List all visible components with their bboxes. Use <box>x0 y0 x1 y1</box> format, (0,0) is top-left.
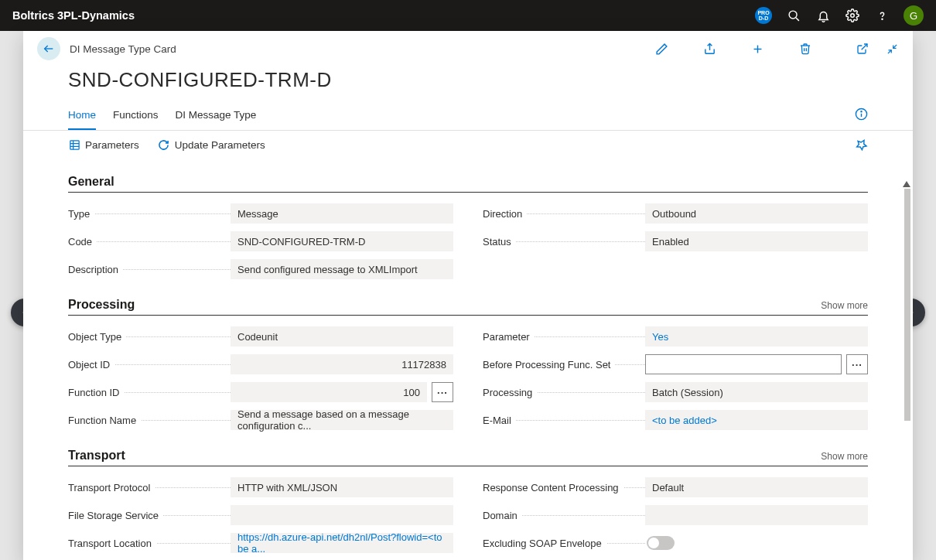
section-transport-header[interactable]: Transport Show more <box>68 449 868 466</box>
pro-badge-line2: D-D <box>759 15 768 21</box>
pro-badge[interactable]: PRO D-D <box>755 7 772 24</box>
tab-home[interactable]: Home <box>68 103 96 130</box>
svg-line-1 <box>795 17 798 20</box>
value-transport-protocol[interactable]: HTTP with XML/JSON <box>231 477 453 497</box>
function-id-lookup-button[interactable]: ··· <box>432 382 453 402</box>
value-object-type[interactable]: Codeunit <box>231 326 453 347</box>
page-title: SND-CONFIGURED-TRM-D <box>23 60 913 103</box>
vertical-scrollbar[interactable] <box>900 31 913 560</box>
section-processing-header[interactable]: Processing Show more <box>68 298 868 316</box>
section-general-fields: TypeMessage CodeSND-CONFIGURED-TRM-D Des… <box>68 202 868 281</box>
svg-line-9 <box>893 44 896 47</box>
label-file-storage: File Storage Service <box>68 510 231 521</box>
tabs-row: Home Functions DI Message Type <box>23 103 913 131</box>
svg-line-10 <box>887 50 890 53</box>
svg-rect-14 <box>70 141 78 149</box>
parameters-label: Parameters <box>85 139 139 151</box>
label-type: Type <box>68 208 231 220</box>
tabs: Home Functions DI Message Type <box>68 103 256 130</box>
label-object-type: Object Type <box>68 331 231 343</box>
back-button[interactable] <box>37 37 60 60</box>
update-parameters-action[interactable]: Update Parameters <box>158 139 265 152</box>
value-email[interactable]: <to be added> <box>645 410 868 430</box>
value-response-cp[interactable]: Default <box>645 477 868 497</box>
transport-show-more[interactable]: Show more <box>821 451 868 462</box>
svg-point-3 <box>881 19 882 19</box>
scroll-thumb[interactable] <box>904 189 910 421</box>
section-processing-title: Processing <box>68 298 135 312</box>
value-before-proc[interactable] <box>645 354 842 374</box>
section-transport-title: Transport <box>68 449 125 463</box>
toggle-soap[interactable] <box>647 536 675 550</box>
gear-icon[interactable] <box>845 8 860 23</box>
collapse-icon[interactable] <box>885 42 899 56</box>
value-code[interactable]: SND-CONFIGURED-TRM-D <box>231 231 453 251</box>
topbar-right: PRO D-D G <box>755 5 924 26</box>
label-before-proc: Before Processing Func. Set <box>483 359 645 370</box>
info-icon[interactable] <box>855 108 868 121</box>
svg-point-0 <box>789 11 797 19</box>
value-transport-location[interactable]: https://dh.azure-api.net/dh2nl/Post?flow… <box>231 533 453 553</box>
new-icon[interactable] <box>750 42 764 56</box>
value-function-id[interactable]: 100 <box>231 382 427 402</box>
label-domain: Domain <box>483 510 645 521</box>
processing-show-more[interactable]: Show more <box>821 300 868 311</box>
card-header: DI Message Type Card <box>23 31 913 60</box>
label-transport-location: Transport Location <box>68 538 231 549</box>
avatar[interactable]: G <box>904 5 924 26</box>
label-soap: Excluding SOAP Envelope <box>483 538 645 549</box>
svg-marker-18 <box>903 181 910 187</box>
label-code: Code <box>68 236 231 248</box>
svg-line-8 <box>862 44 867 50</box>
bell-icon[interactable] <box>815 8 831 23</box>
label-function-id: Function ID <box>68 387 231 398</box>
label-parameter: Parameter <box>483 331 645 343</box>
header-right-actions <box>856 42 899 56</box>
label-email: E-Mail <box>483 415 645 426</box>
parameters-action[interactable]: Parameters <box>68 139 139 152</box>
update-parameters-label: Update Parameters <box>175 139 265 151</box>
breadcrumb: DI Message Type Card <box>70 43 176 55</box>
label-status: Status <box>483 236 645 248</box>
value-description[interactable]: Send configured message to XMLImport <box>231 259 453 279</box>
section-processing-fields: Object TypeCodeunit Object ID11172838 Fu… <box>68 325 868 432</box>
section-general-title: General <box>68 175 114 189</box>
app-title: Boltrics 3PL-Dynamics <box>12 9 135 22</box>
card-actions <box>654 42 812 56</box>
popout-icon[interactable] <box>856 42 869 56</box>
value-object-id[interactable]: 11172838 <box>231 354 453 374</box>
section-general-header[interactable]: General <box>68 175 868 193</box>
value-function-name[interactable]: Send a message based on a message config… <box>231 410 453 430</box>
label-response-cp: Response Content Processing <box>483 482 645 493</box>
refresh-icon <box>158 139 170 152</box>
record-card: DI Message Type Card <box>23 31 913 560</box>
tab-di-message-type[interactable]: DI Message Type <box>176 103 257 130</box>
pin-icon[interactable] <box>855 138 868 152</box>
share-icon[interactable] <box>702 42 716 56</box>
before-proc-lookup-button[interactable]: ··· <box>846 354 868 374</box>
scroll-up-arrow-icon[interactable] <box>903 181 910 187</box>
tab-functions[interactable]: Functions <box>113 103 159 130</box>
value-type[interactable]: Message <box>231 203 453 224</box>
action-strip: Parameters Update Parameters <box>23 131 913 158</box>
search-icon[interactable] <box>786 8 801 23</box>
value-processing[interactable]: Batch (Session) <box>645 382 868 402</box>
stage: DI Message Type Card <box>0 31 936 560</box>
value-status[interactable]: Enabled <box>645 231 868 251</box>
value-file-storage[interactable] <box>231 505 453 525</box>
content-area: General TypeMessage CodeSND-CONFIGURED-T… <box>23 158 913 560</box>
label-description: Description <box>68 264 231 275</box>
value-parameter[interactable]: Yes <box>645 326 868 347</box>
label-direction: Direction <box>483 208 645 220</box>
svg-point-2 <box>851 14 855 18</box>
section-transport-fields: Transport ProtocolHTTP with XML/JSON Fil… <box>68 476 868 560</box>
value-domain[interactable] <box>645 505 868 525</box>
svg-point-13 <box>861 111 862 112</box>
label-function-name: Function Name <box>68 415 231 426</box>
help-icon[interactable] <box>874 8 890 23</box>
label-processing: Processing <box>483 387 645 398</box>
value-direction[interactable]: Outbound <box>645 203 868 224</box>
label-transport-protocol: Transport Protocol <box>68 482 231 493</box>
edit-icon[interactable] <box>654 42 668 56</box>
delete-icon[interactable] <box>798 42 812 56</box>
